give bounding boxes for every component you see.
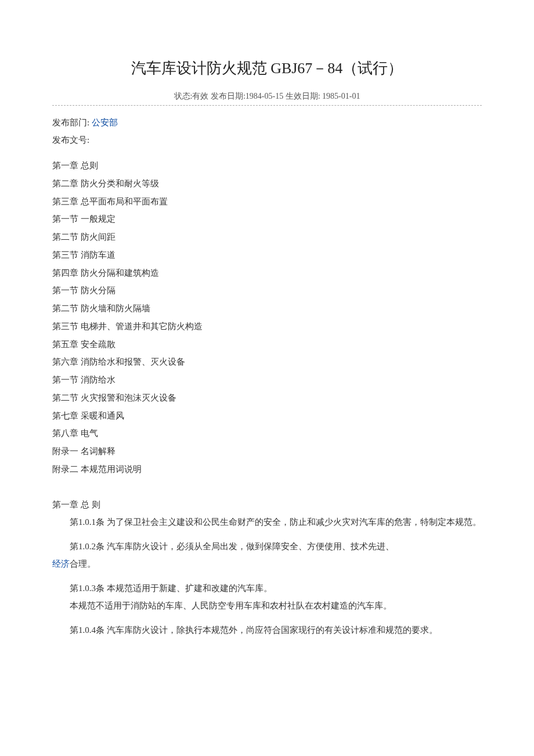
divider	[52, 105, 482, 106]
toc-item: 第三章 总平面布局和平面布置	[52, 193, 482, 211]
toc-item: 附录一 名词解释	[52, 442, 482, 460]
article-text: 第1.0.2条 汽车库防火设计，必须从全局出发，做到保障安全、方便使用、技术先进…	[52, 538, 482, 555]
publish-dept-link[interactable]: 公安部	[92, 118, 118, 127]
article-text-post: 合理。	[70, 559, 96, 568]
toc-item: 第三节 电梯井、管道井和其它防火构造	[52, 318, 482, 336]
article-text: 第1.0.3条 本规范适用于新建、扩建和改建的汽车库。	[52, 579, 482, 597]
economy-link[interactable]: 经济	[52, 559, 70, 568]
toc-item: 附录二 本规范用词说明	[52, 460, 482, 478]
toc-item: 第一章 总则	[52, 157, 482, 175]
chapter-1-heading: 第一章 总 则	[52, 496, 482, 513]
article-1-0-4: 第1.0.4条 汽车库防火设计，除执行本规范外，尚应符合国家现行的有关设计标准和…	[52, 621, 482, 639]
article-1-0-3: 第1.0.3条 本规范适用于新建、扩建和改建的汽车库。 本规范不适用于消防站的车…	[52, 579, 482, 614]
toc-item: 第四章 防火分隔和建筑构造	[52, 264, 482, 282]
toc-item: 第一节 一般规定	[52, 210, 482, 228]
publish-dept-line: 发布部门: 公安部	[52, 114, 482, 131]
toc-item: 第一节 防火分隔	[52, 282, 482, 300]
article-1-0-2: 第1.0.2条 汽车库防火设计，必须从全局出发，做到保障安全、方便使用、技术先进…	[52, 538, 482, 573]
document-title: 汽车库设计防火规范 GBJ67－84（试行）	[52, 58, 482, 78]
article-text: 本规范不适用于消防站的车库、人民防空专用车库和农村社队在农村建造的汽车库。	[52, 597, 482, 614]
toc-item: 第三节 消防车道	[52, 246, 482, 264]
status-line: 状态:有效 发布日期:1984-05-15 生效日期: 1985-01-01	[52, 91, 482, 102]
toc-item: 第五章 安全疏散	[52, 336, 482, 354]
article-text-cont: 经济合理。	[52, 555, 482, 573]
article-1-0-1: 第1.0.1条 为了保卫社会主义建设和公民生命财产的安全，防止和减少火灾对汽车库…	[52, 513, 482, 531]
article-text-pre: 第1.0.2条 汽车库防火设计，必须从全局出发，做到保障安全、方便使用、技术先进…	[70, 542, 394, 551]
toc-item: 第一节 消防给水	[52, 371, 482, 389]
publish-docno-line: 发布文号:	[52, 131, 482, 149]
document-page: 汽车库设计防火规范 GBJ67－84（试行） 状态:有效 发布日期:1984-0…	[0, 0, 534, 681]
toc-item: 第二章 防火分类和耐火等级	[52, 175, 482, 193]
toc-item: 第七章 采暖和通风	[52, 407, 482, 425]
toc-item: 第二节 防火间距	[52, 228, 482, 246]
publish-docno-label: 发布文号:	[52, 135, 89, 145]
toc-item: 第六章 消防给水和报警、灭火设备	[52, 353, 482, 371]
toc-item: 第二节 火灾报警和泡沫灭火设备	[52, 389, 482, 407]
table-of-contents: 第一章 总则 第二章 防火分类和耐火等级 第三章 总平面布局和平面布置 第一节 …	[52, 157, 482, 478]
toc-item: 第二节 防火墙和防火隔墙	[52, 300, 482, 318]
toc-item: 第八章 电气	[52, 424, 482, 442]
publish-dept-label: 发布部门:	[52, 118, 92, 127]
article-text: 第1.0.1条 为了保卫社会主义建设和公民生命财产的安全，防止和减少火灾对汽车库…	[52, 513, 482, 531]
article-text: 第1.0.4条 汽车库防火设计，除执行本规范外，尚应符合国家现行的有关设计标准和…	[52, 621, 482, 639]
